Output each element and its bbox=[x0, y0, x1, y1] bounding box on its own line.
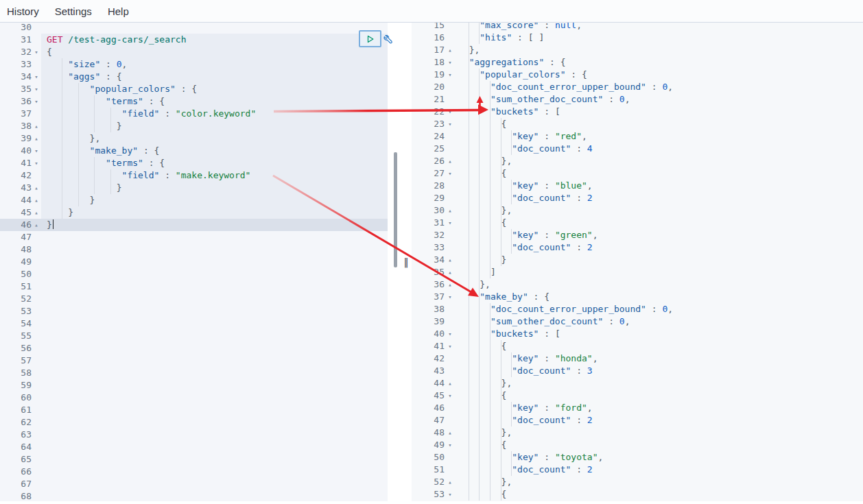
code-line[interactable]: 40▾"buckets" : [ bbox=[412, 328, 863, 340]
fold-close-icon[interactable]: ▴ bbox=[445, 204, 456, 217]
fold-open-icon[interactable]: ▾ bbox=[32, 83, 41, 95]
fold-close-icon[interactable]: ▴ bbox=[445, 427, 456, 439]
menu-item-history[interactable]: History bbox=[7, 5, 39, 17]
code-line[interactable]: 48 bbox=[0, 243, 388, 256]
code-line[interactable]: 57 bbox=[0, 355, 388, 367]
code-line[interactable]: 37▾"make_by" : { bbox=[412, 291, 863, 303]
fold-close-icon[interactable]: ▴ bbox=[445, 377, 456, 389]
code-line[interactable]: 67 bbox=[0, 478, 388, 490]
code-line[interactable]: 43"doc_count" : 3 bbox=[412, 365, 863, 377]
code-line[interactable]: 59 bbox=[0, 379, 388, 392]
code-line[interactable]: 42"key" : "honda", bbox=[412, 352, 863, 365]
fold-open-icon[interactable]: ▾ bbox=[32, 71, 41, 83]
code-line[interactable]: 35▾"popular_colors" : { bbox=[0, 83, 388, 95]
fold-open-icon[interactable]: ▾ bbox=[445, 389, 456, 402]
code-line[interactable]: 48▴}, bbox=[412, 427, 863, 439]
code-line[interactable]: 30 bbox=[0, 23, 388, 34]
code-line[interactable]: 19▾"popular_colors" : { bbox=[412, 69, 863, 81]
code-line[interactable]: 53▾{ bbox=[412, 488, 863, 501]
fold-open-icon[interactable]: ▾ bbox=[445, 328, 456, 340]
code-line[interactable]: 33"doc_count" : 2 bbox=[412, 241, 863, 254]
code-line[interactable]: 46▴} bbox=[0, 219, 388, 231]
fold-close-icon[interactable]: ▴ bbox=[445, 254, 456, 266]
code-line[interactable]: 44▴}, bbox=[412, 377, 863, 389]
fold-close-icon[interactable]: ▴ bbox=[32, 120, 41, 132]
code-line[interactable]: 50"key" : "toyota", bbox=[412, 451, 863, 464]
code-line[interactable]: 39▴}, bbox=[0, 132, 388, 145]
code-line[interactable]: 32▾{ bbox=[0, 46, 388, 58]
fold-open-icon[interactable]: ▾ bbox=[32, 145, 41, 157]
code-line[interactable]: 25"doc_count" : 4 bbox=[412, 143, 863, 155]
code-line[interactable]: 30▴}, bbox=[412, 204, 863, 217]
code-line[interactable]: 47 bbox=[0, 231, 388, 243]
code-line[interactable]: 36▴}, bbox=[412, 278, 863, 291]
code-line[interactable]: 20"doc_count_error_upper_bound" : 0, bbox=[412, 81, 863, 93]
response-viewer-pane[interactable]: 15"max_score" : null,16"hits" : [ ]17▴},… bbox=[412, 23, 863, 501]
fold-open-icon[interactable]: ▾ bbox=[445, 56, 456, 69]
fold-close-icon[interactable]: ▴ bbox=[445, 266, 456, 278]
code-line[interactable]: 66 bbox=[0, 466, 388, 478]
code-line[interactable]: 34▴} bbox=[412, 254, 863, 266]
code-line[interactable]: 52 bbox=[0, 293, 388, 305]
code-line[interactable]: 43▴} bbox=[0, 182, 388, 194]
fold-open-icon[interactable]: ▾ bbox=[32, 46, 41, 58]
fold-open-icon[interactable]: ▾ bbox=[32, 157, 41, 169]
code-line[interactable]: 29"doc_count" : 2 bbox=[412, 192, 863, 204]
code-line[interactable]: 44▴} bbox=[0, 194, 388, 206]
fold-open-icon[interactable]: ▾ bbox=[445, 106, 456, 118]
code-line[interactable]: 68 bbox=[0, 490, 388, 501]
code-line[interactable]: 41▾{ bbox=[412, 340, 863, 352]
code-line[interactable]: 45▴} bbox=[0, 206, 388, 219]
fold-close-icon[interactable]: ▴ bbox=[32, 132, 41, 145]
fold-close-icon[interactable]: ▴ bbox=[445, 278, 456, 291]
fold-open-icon[interactable]: ▾ bbox=[445, 118, 456, 130]
code-line[interactable]: 39"sum_other_doc_count" : 0, bbox=[412, 315, 863, 328]
code-line[interactable]: 58 bbox=[0, 367, 388, 379]
code-line[interactable]: 41▾"terms" : { bbox=[0, 157, 388, 169]
fold-open-icon[interactable]: ▾ bbox=[445, 291, 456, 303]
fold-close-icon[interactable]: ▴ bbox=[445, 44, 456, 56]
fold-open-icon[interactable]: ▾ bbox=[445, 167, 456, 180]
fold-close-icon[interactable]: ▴ bbox=[32, 194, 41, 206]
code-line[interactable]: 36▾"terms" : { bbox=[0, 95, 388, 108]
code-line[interactable]: 38"doc_count_error_upper_bound" : 0, bbox=[412, 303, 863, 315]
request-editor-pane[interactable]: 3031GET /test-agg-cars/_search32▾{33"siz… bbox=[0, 23, 412, 501]
code-line[interactable]: 38▴} bbox=[0, 120, 388, 132]
code-line[interactable]: 37"field" : "color.keyword" bbox=[0, 108, 388, 120]
code-line[interactable]: 60 bbox=[0, 392, 388, 404]
fold-open-icon[interactable]: ▾ bbox=[445, 488, 456, 501]
menu-item-settings[interactable]: Settings bbox=[55, 5, 92, 17]
fold-close-icon[interactable]: ▴ bbox=[445, 476, 456, 488]
fold-open-icon[interactable]: ▾ bbox=[32, 95, 41, 108]
fold-open-icon[interactable]: ▾ bbox=[445, 217, 456, 229]
code-line[interactable]: 24"key" : "red", bbox=[412, 130, 863, 143]
code-line[interactable]: 42"field" : "make.keyword" bbox=[0, 169, 388, 182]
fold-close-icon[interactable]: ▴ bbox=[32, 182, 41, 194]
request-options-button[interactable] bbox=[380, 31, 394, 46]
code-line[interactable]: 16"hits" : [ ] bbox=[412, 32, 863, 44]
code-line[interactable]: 49 bbox=[0, 256, 388, 268]
code-line[interactable]: 45▾{ bbox=[412, 389, 863, 402]
code-line[interactable]: 21"sum_other_doc_count" : 0, bbox=[412, 93, 863, 106]
code-line[interactable]: 56 bbox=[0, 342, 388, 355]
menu-item-help[interactable]: Help bbox=[108, 5, 129, 17]
fold-open-icon[interactable]: ▾ bbox=[445, 439, 456, 451]
fold-open-icon[interactable]: ▾ bbox=[445, 69, 456, 81]
code-line[interactable]: 35▴] bbox=[412, 266, 863, 278]
fold-close-icon[interactable]: ▴ bbox=[32, 206, 41, 219]
code-line[interactable]: 55 bbox=[0, 330, 388, 342]
code-line[interactable]: 31GET /test-agg-cars/_search bbox=[0, 34, 388, 46]
code-line[interactable]: 31▾{ bbox=[412, 217, 863, 229]
code-line[interactable]: 64 bbox=[0, 441, 388, 453]
code-line[interactable]: 50 bbox=[0, 268, 388, 280]
code-line[interactable]: 65 bbox=[0, 453, 388, 466]
code-line[interactable]: 27▾{ bbox=[412, 167, 863, 180]
code-line[interactable]: 53 bbox=[0, 305, 388, 317]
code-line[interactable]: 51"doc_count" : 2 bbox=[412, 464, 863, 476]
code-line[interactable]: 51 bbox=[0, 280, 388, 293]
code-line[interactable]: 23▾{ bbox=[412, 118, 863, 130]
code-line[interactable]: 28"key" : "blue", bbox=[412, 180, 863, 192]
code-line[interactable]: 47"doc_count" : 2 bbox=[412, 414, 863, 427]
fold-close-icon[interactable]: ▴ bbox=[32, 219, 41, 231]
editor-scrollbar-thumb[interactable] bbox=[394, 152, 397, 267]
